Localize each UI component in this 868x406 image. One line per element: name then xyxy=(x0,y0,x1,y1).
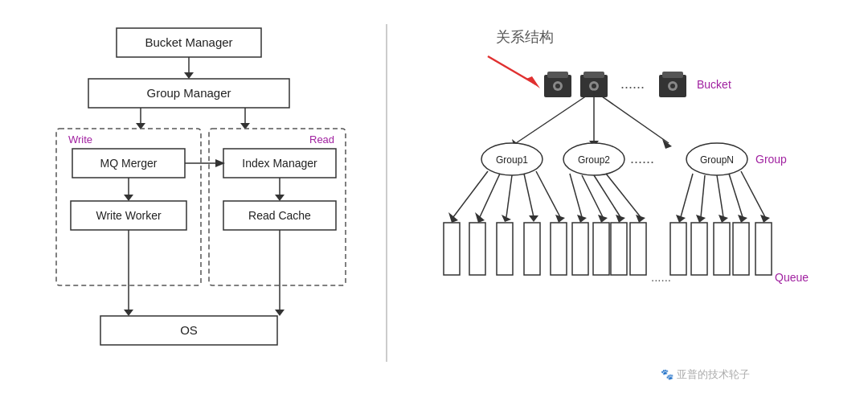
svg-line-40 xyxy=(516,91,594,143)
svg-line-44 xyxy=(594,91,669,143)
svg-line-62 xyxy=(582,175,603,217)
svg-text:......: ...... xyxy=(630,150,654,166)
svg-rect-89 xyxy=(691,223,707,275)
svg-line-77 xyxy=(741,171,765,217)
groupN-label: GroupN xyxy=(699,154,733,166)
bucket-manager-label: Bucket Manager xyxy=(145,35,232,49)
main-container: Bucket Manager Group Manager Write Read … xyxy=(0,0,868,406)
svg-rect-83 xyxy=(551,223,567,275)
svg-line-71 xyxy=(701,175,705,217)
svg-rect-80 xyxy=(469,223,485,275)
svg-rect-84 xyxy=(572,223,588,275)
svg-rect-88 xyxy=(670,223,686,275)
group-label: Group xyxy=(755,153,787,166)
left-diagram: Bucket Manager Group Manager Write Read … xyxy=(24,16,370,386)
svg-marker-53 xyxy=(475,212,485,223)
relation-label: 关系结构 xyxy=(496,29,554,45)
svg-rect-81 xyxy=(497,223,513,275)
svg-rect-32 xyxy=(583,72,604,78)
watermark: 🐾 亚普的技术轮子 xyxy=(661,367,750,381)
svg-marker-67 xyxy=(636,215,645,223)
right-diagram: 关系结构 ...... xyxy=(403,16,845,389)
svg-rect-82 xyxy=(524,223,540,275)
svg-line-54 xyxy=(506,175,512,217)
svg-marker-21 xyxy=(124,310,133,316)
svg-rect-28 xyxy=(547,72,568,78)
svg-rect-87 xyxy=(630,223,646,275)
mq-merger-label: MQ Merger xyxy=(100,157,158,170)
group-manager-label: Group Manager xyxy=(146,86,231,100)
svg-rect-79 xyxy=(444,223,460,275)
svg-rect-85 xyxy=(593,223,609,275)
svg-text:......: ...... xyxy=(620,76,645,92)
queue-label: Queue xyxy=(775,271,809,284)
svg-marker-26 xyxy=(526,76,540,88)
os-label: OS xyxy=(180,323,198,337)
svg-line-73 xyxy=(717,175,723,217)
svg-line-60 xyxy=(570,174,582,217)
svg-rect-86 xyxy=(611,223,627,275)
write-label: Write xyxy=(68,133,92,146)
right-diagram-svg: 关系结构 ...... xyxy=(403,16,837,386)
svg-rect-91 xyxy=(733,223,749,275)
svg-text:......: ...... xyxy=(651,270,671,284)
svg-marker-57 xyxy=(529,215,538,222)
svg-marker-51 xyxy=(448,212,458,223)
svg-line-56 xyxy=(524,174,534,217)
svg-marker-23 xyxy=(275,310,285,316)
svg-line-58 xyxy=(536,171,560,217)
svg-rect-92 xyxy=(755,223,772,275)
svg-line-69 xyxy=(681,174,693,217)
svg-line-66 xyxy=(606,174,641,217)
svg-marker-45 xyxy=(662,139,672,149)
read-label: Read xyxy=(309,133,334,146)
read-cache-label: Read Cache xyxy=(248,209,311,222)
group1-label: Group1 xyxy=(495,154,527,166)
svg-point-34 xyxy=(592,84,596,88)
svg-point-30 xyxy=(555,84,560,88)
svg-marker-65 xyxy=(616,215,625,223)
svg-rect-37 xyxy=(662,72,683,78)
group2-label: Group2 xyxy=(577,154,609,166)
svg-line-52 xyxy=(480,174,500,217)
bucket-label: Bucket xyxy=(697,78,731,91)
divider xyxy=(386,24,387,362)
svg-line-64 xyxy=(594,175,620,217)
svg-rect-90 xyxy=(714,223,730,275)
svg-marker-2 xyxy=(184,72,194,79)
svg-point-39 xyxy=(670,84,675,88)
index-manager-label: Index Manager xyxy=(242,157,317,170)
write-worker-label: Write Worker xyxy=(96,209,161,222)
svg-line-75 xyxy=(729,174,743,217)
